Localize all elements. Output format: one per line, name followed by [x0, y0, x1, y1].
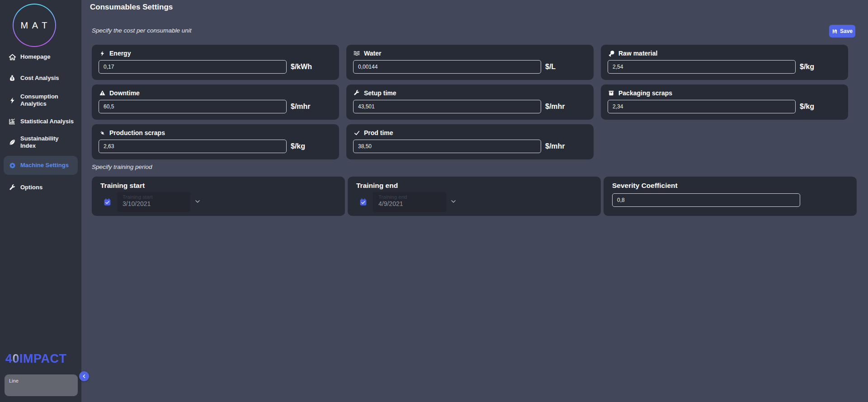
card-production-scraps: Production scraps $/kg	[92, 124, 339, 159]
floppy-disk-icon	[832, 28, 838, 34]
sidebar-item-label: Options	[20, 184, 42, 191]
packaging-scraps-cost-input[interactable]	[608, 100, 796, 113]
drumstick-icon	[608, 50, 615, 57]
app-root: M A T Homepage $ Cost Analysis Consumpti…	[0, 0, 868, 402]
chevron-down-icon[interactable]	[450, 198, 457, 207]
sidebar-item-homepage[interactable]: Homepage	[0, 51, 81, 63]
calendar-check-icon	[103, 198, 112, 206]
line-panel-label: Line	[9, 378, 19, 383]
sidebar-item-machine-settings[interactable]: Machine Settings	[4, 156, 78, 175]
brand-logo: 40IMPACT	[5, 352, 67, 366]
unit-label: $/L	[545, 63, 556, 71]
consumables-section-label: Specify the cost per consumable unit	[92, 27, 192, 34]
sidebar-item-label: Homepage	[20, 53, 50, 61]
calendar-check-icon	[359, 198, 368, 206]
water-cost-input[interactable]	[353, 60, 541, 74]
money-bag-icon: $	[8, 75, 17, 82]
package-icon	[608, 90, 615, 96]
unit-label: $/kg	[800, 103, 814, 111]
sidebar: M A T Homepage $ Cost Analysis Consumpti…	[0, 0, 81, 402]
save-button[interactable]: Save	[829, 25, 855, 37]
card-raw-material: Raw material $/kg	[601, 45, 848, 80]
main-content: Consumables Settings Specify the cost pe…	[81, 0, 868, 402]
unit-label: $/kg	[800, 63, 814, 71]
unit-label: $/mhr	[545, 142, 565, 150]
card-title: Production scraps	[109, 129, 165, 136]
unit-label: $/kWh	[291, 63, 312, 71]
severity-coefficient-input[interactable]	[612, 193, 800, 207]
setup-time-cost-input[interactable]	[353, 100, 541, 113]
sidebar-item-cost-analysis[interactable]: $ Cost Analysis	[0, 72, 81, 84]
save-button-label: Save	[840, 28, 853, 34]
unit-label: $/mhr	[291, 103, 311, 111]
wrench-icon	[353, 90, 360, 96]
sidebar-item-label: Machine Settings	[20, 162, 69, 169]
training-end-title: Training end	[356, 182, 594, 190]
chevron-left-icon	[81, 374, 87, 379]
chevron-down-icon[interactable]	[194, 198, 201, 207]
bolt-icon	[8, 97, 17, 104]
card-title: Downtime	[109, 89, 140, 97]
brand-four: 4	[5, 352, 13, 365]
sidebar-item-sustainability-index[interactable]: Sustainability Index	[0, 136, 81, 149]
bolt-icon	[99, 50, 106, 57]
training-end-field-label: Training end	[378, 194, 442, 200]
training-start-date-picker[interactable]: Training start 3/10/2021	[117, 192, 190, 212]
card-setup-time: Setup time $/mhr	[346, 84, 594, 120]
training-row: Training start Training start 3/10/2021	[92, 177, 857, 216]
sidebar-item-label: Statistical Analysis	[20, 118, 74, 125]
card-packaging-scraps: Packaging scraps $/kg	[601, 84, 848, 120]
severity-coefficient-title: Severity Coefficient	[612, 182, 849, 190]
card-energy: Energy $/kWh	[92, 45, 339, 80]
unit-label: $/kg	[291, 142, 305, 150]
unit-label: $/mhr	[545, 103, 565, 111]
app-logo: M A T	[13, 4, 56, 47]
energy-cost-input[interactable]	[99, 60, 287, 74]
consumables-grid: Energy $/kWh Water $/L	[92, 45, 851, 159]
card-title: Prod time	[364, 129, 393, 136]
svg-text:$: $	[11, 77, 13, 80]
sidebar-item-options[interactable]: Options	[0, 181, 81, 194]
line-panel: Line	[5, 374, 78, 396]
card-prod-time: Prod time $/mhr	[346, 124, 594, 159]
card-title: Packaging scraps	[618, 89, 672, 97]
training-section-label: Specify training period	[92, 164, 152, 170]
brand-rest: IMPACT	[19, 352, 67, 365]
card-severity-coefficient: Severity Coefficient	[604, 177, 857, 216]
leaf-icon	[8, 139, 17, 146]
training-end-date-value: 4/9/2021	[378, 200, 442, 207]
training-start-date-value: 3/10/2021	[123, 200, 186, 207]
raw-material-cost-input[interactable]	[608, 60, 796, 74]
sidebar-item-consumption-analytics[interactable]: Consumption Analytics	[0, 91, 81, 110]
sidebar-item-label: Cost Analysis	[20, 75, 59, 82]
card-title: Raw material	[618, 50, 657, 57]
sidebar-collapse-button[interactable]	[79, 371, 89, 381]
plug-icon	[99, 130, 106, 136]
downtime-cost-input[interactable]	[99, 100, 287, 113]
training-start-field-label: Training start	[123, 194, 186, 200]
sidebar-item-label: Consumption Analytics	[20, 93, 74, 108]
prod-time-cost-input[interactable]	[353, 140, 541, 153]
card-downtime: Downtime $/mhr	[92, 84, 339, 120]
sidebar-item-label: Sustainability Index	[20, 135, 74, 150]
waves-icon	[353, 50, 360, 57]
card-training-start: Training start Training start 3/10/2021	[92, 177, 345, 216]
training-start-title: Training start	[100, 182, 338, 190]
card-training-end: Training end Training end 4/9/2021	[348, 177, 601, 216]
sidebar-item-statistical-analysis[interactable]: Statistical Analysis	[0, 115, 81, 128]
page-title: Consumables Settings	[90, 3, 173, 12]
check-icon	[353, 130, 360, 136]
wrench-icon	[8, 184, 17, 191]
gear-icon	[8, 162, 17, 169]
brand-zero: 0	[13, 352, 20, 365]
home-icon	[8, 53, 17, 61]
card-title: Energy	[109, 50, 131, 57]
app-logo-text: M A T	[14, 5, 55, 46]
warning-icon	[99, 90, 106, 96]
production-scraps-cost-input[interactable]	[99, 140, 287, 153]
card-title: Water	[364, 50, 381, 57]
bar-chart-icon	[8, 118, 17, 125]
card-water: Water $/L	[346, 45, 594, 80]
card-title: Setup time	[364, 89, 396, 97]
training-end-date-picker[interactable]: Training end 4/9/2021	[373, 192, 446, 212]
